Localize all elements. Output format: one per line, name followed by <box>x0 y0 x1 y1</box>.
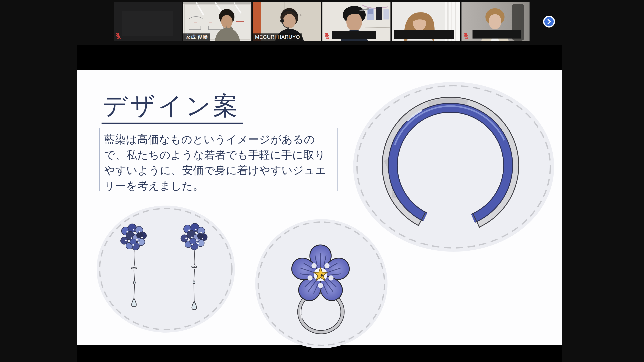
open-ring-illustration <box>352 81 556 253</box>
hydrangea-earrings-illustration <box>94 203 237 335</box>
meeting-screen: 家成 俊勝 MEGURI HARUYO <box>0 0 644 362</box>
participant-name: MEGURI HARUYO <box>253 33 302 41</box>
slide-title: デザイン案 <box>102 91 243 124</box>
slide-body-textbox: 藍染は高価なものというイメージがあるので、私たちのような若者でも手軽に手に取りや… <box>100 128 338 191</box>
muted-mic-icon <box>324 32 330 40</box>
redacted-name-bar <box>472 30 521 38</box>
participant-tile-2[interactable]: 家成 俊勝 <box>183 2 252 41</box>
participant-tile-4[interactable] <box>322 2 390 41</box>
muted-mic-icon <box>115 32 122 40</box>
chevron-right-icon <box>546 18 553 25</box>
camera-off-video <box>114 2 182 41</box>
muted-mic-icon <box>462 32 469 40</box>
participant-tile-3[interactable]: MEGURI HARUYO <box>253 2 321 41</box>
participant-tile-6[interactable] <box>462 2 530 41</box>
screen-share-region: デザイン案 藍染は高価なものというイメージがあるので、私たちのような若者でも手軽… <box>77 45 562 362</box>
presentation-slide: デザイン案 藍染は高価なものというイメージがあるので、私たちのような若者でも手軽… <box>77 70 562 345</box>
participant-tile-5-active-speaker[interactable] <box>392 2 460 41</box>
redacted-name-bar <box>332 31 376 39</box>
participant-name: 家成 俊勝 <box>183 33 210 41</box>
participant-tile-1[interactable] <box>114 2 182 41</box>
next-participants-button[interactable] <box>543 16 555 27</box>
redacted-name-bar <box>394 30 454 39</box>
